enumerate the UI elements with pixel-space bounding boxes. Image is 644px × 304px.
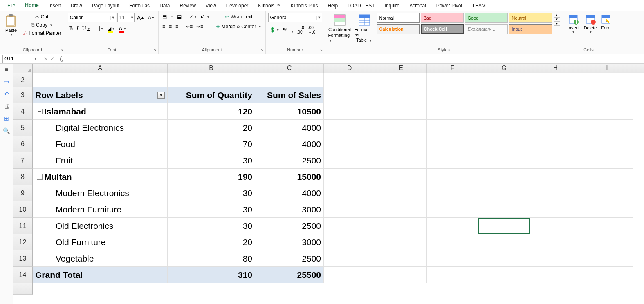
number-launcher[interactable]: ↘	[318, 47, 324, 52]
cell[interactable]	[375, 234, 427, 250]
name-box-input[interactable]	[3, 56, 33, 62]
cell[interactable]	[581, 103, 633, 120]
cell[interactable]	[478, 152, 530, 169]
align-right-button[interactable]: ≡	[174, 23, 180, 30]
cell[interactable]: 3000	[255, 234, 324, 250]
row-header[interactable]: 3	[13, 87, 33, 103]
tab-developer[interactable]: Developer	[221, 0, 254, 11]
tab-load-test[interactable]: LOAD TEST	[343, 0, 379, 11]
cell[interactable]: 4000	[255, 136, 324, 152]
cell[interactable]	[324, 201, 375, 218]
cell[interactable]	[427, 73, 478, 87]
cell[interactable]	[427, 87, 478, 103]
cell[interactable]	[478, 103, 530, 120]
cell[interactable]	[427, 267, 478, 283]
cell[interactable]: 70	[168, 136, 255, 152]
chevron-down-icon[interactable]: ▼	[316, 16, 322, 20]
name-box[interactable]: ▼	[2, 55, 38, 63]
tab-team[interactable]: TEAM	[467, 0, 491, 11]
cell[interactable]	[530, 103, 581, 120]
cell[interactable]	[427, 201, 478, 218]
decrease-indent-button[interactable]: ⇤≡	[184, 23, 194, 30]
style-neutral[interactable]: Neutral	[509, 13, 552, 23]
font-color-button[interactable]: A▼	[118, 25, 128, 32]
cell[interactable]	[478, 267, 530, 283]
cell[interactable]	[581, 120, 633, 136]
filter-dropdown-button[interactable]: ▼	[157, 92, 165, 99]
cell[interactable]	[33, 73, 168, 87]
row-header[interactable]: 4	[13, 103, 33, 120]
cell[interactable]	[478, 73, 530, 87]
cell[interactable]	[581, 73, 633, 87]
orientation-button[interactable]: ⤢▼	[188, 13, 198, 20]
cell[interactable]	[375, 218, 427, 234]
cell[interactable]: 20	[168, 120, 255, 136]
insert-cells-button[interactable]: Insert ▼	[565, 13, 581, 35]
cell[interactable]	[530, 169, 581, 185]
cell[interactable]: −Multan	[33, 169, 168, 185]
fx-icon[interactable]: fx	[57, 55, 65, 63]
cut-button[interactable]: ✂ Cut	[21, 13, 63, 20]
cell[interactable]	[581, 185, 633, 201]
row-header[interactable]	[13, 283, 33, 295]
row-header[interactable]: 14	[13, 267, 33, 283]
col-header-i[interactable]: I	[581, 64, 633, 73]
col-header-a[interactable]: A	[33, 64, 168, 73]
rail-icon[interactable]: ⊞	[4, 115, 9, 122]
cell[interactable]	[324, 87, 375, 103]
style-input[interactable]: Input	[509, 24, 552, 34]
cell[interactable]	[375, 136, 427, 152]
cell[interactable]	[324, 185, 375, 201]
tab-page-layout[interactable]: Page Layout	[87, 0, 124, 11]
cell[interactable]	[581, 136, 633, 152]
rail-icon[interactable]: ↶	[4, 91, 9, 97]
tab-review[interactable]: Review	[175, 0, 200, 11]
cell[interactable]	[530, 185, 581, 201]
tab-data[interactable]: Data	[155, 0, 175, 11]
cell[interactable]	[530, 136, 581, 152]
style-bad[interactable]: Bad	[421, 13, 464, 23]
tab-help[interactable]: Help	[323, 0, 343, 11]
style-explanatory[interactable]: Explanatory …	[465, 24, 508, 34]
align-middle-button[interactable]: ≡	[169, 13, 175, 20]
cell[interactable]: −Islamabad	[33, 103, 168, 120]
cell[interactable]: 30	[168, 201, 255, 218]
gallery-down-button[interactable]: ▼	[554, 18, 560, 22]
cell[interactable]	[324, 103, 375, 120]
row-header[interactable]: 9	[13, 185, 33, 201]
number-format-combo[interactable]: ▼	[268, 13, 322, 22]
cell[interactable]: 15000	[255, 169, 324, 185]
cell[interactable]	[375, 152, 427, 169]
cell[interactable]: 25500	[255, 267, 324, 283]
cell[interactable]: 30	[168, 218, 255, 234]
cell[interactable]: Row Labels▼	[33, 87, 168, 103]
cell[interactable]	[478, 120, 530, 136]
font-size-input[interactable]	[118, 15, 130, 20]
rail-icon[interactable]: ▭	[4, 78, 9, 85]
cell[interactable]: Sum of Quantity	[168, 87, 255, 103]
cell[interactable]	[478, 234, 530, 250]
font-size-combo[interactable]: ▼	[117, 13, 135, 22]
tab-acrobat[interactable]: Acrobat	[404, 0, 431, 11]
cell[interactable]	[255, 73, 324, 87]
cell-g11[interactable]	[478, 218, 530, 234]
border-button[interactable]: ▼	[93, 25, 105, 32]
tab-file[interactable]: File	[2, 0, 20, 11]
increase-indent-button[interactable]: ⇥≡	[195, 23, 204, 30]
cell[interactable]	[324, 152, 375, 169]
collapse-button[interactable]: −	[37, 174, 43, 180]
cell[interactable]	[324, 136, 375, 152]
cell[interactable]	[375, 169, 427, 185]
cell[interactable]: Modern Furniture	[33, 201, 168, 218]
cell[interactable]: 190	[168, 169, 255, 185]
cell[interactable]	[324, 73, 375, 87]
tab-view[interactable]: View	[201, 0, 221, 11]
decrease-font-button[interactable]: A▼	[147, 14, 156, 21]
cell[interactable]	[478, 201, 530, 218]
align-center-button[interactable]: ≡	[168, 23, 173, 30]
cell[interactable]: Vegetable	[33, 250, 168, 267]
tab-draw[interactable]: Draw	[66, 0, 87, 11]
cell[interactable]: Sum of Sales	[255, 87, 324, 103]
cell[interactable]	[324, 169, 375, 185]
formula-cancel-button[interactable]: ✕	[44, 56, 48, 62]
